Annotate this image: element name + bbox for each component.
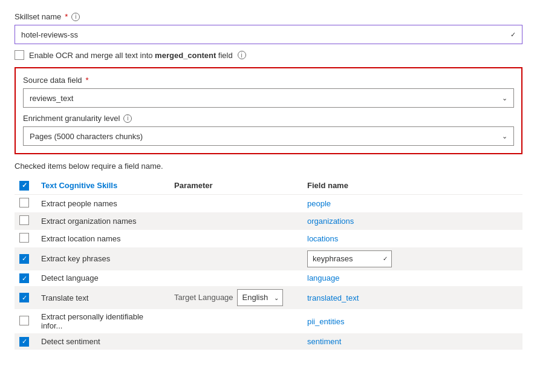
table-row: Detect languagelanguage	[15, 270, 522, 287]
row-skill-name: Extract location names	[36, 230, 169, 247]
row-field-name: people	[302, 194, 522, 212]
row-skill-name: Extract personally identifiable infor...	[36, 309, 169, 333]
table-row: Detect sentimentsentiment	[15, 333, 522, 350]
row-skill-name: Detect language	[36, 270, 169, 287]
target-language-chevron-icon: ⌄	[274, 295, 279, 301]
red-bordered-section: Source data field * reviews_text ⌄ Enric…	[15, 67, 522, 154]
enrichment-granularity-group: Enrichment granularity level i Pages (50…	[23, 114, 514, 146]
row-skill-name: Detect sentiment	[36, 333, 169, 350]
skillset-name-chevron-icon: ✓	[510, 31, 516, 39]
table-row: Extract personally identifiable infor...…	[15, 309, 522, 333]
row-checkbox[interactable]	[19, 337, 29, 347]
source-data-chevron-icon: ⌄	[502, 94, 507, 102]
enrichment-granularity-label: Enrichment granularity level i	[23, 114, 514, 123]
row-checkbox[interactable]	[19, 316, 29, 325]
table-row: Extract people namespeople	[15, 194, 522, 212]
col-header-parameter: Parameter	[169, 177, 302, 194]
field-name-select[interactable]: keyphrases✓	[307, 250, 392, 267]
row-field-name[interactable]: keyphrases✓	[302, 247, 522, 270]
row-parameter	[169, 212, 302, 230]
helper-text: Checked items below require a field name…	[15, 162, 522, 171]
table-row: Extract location nameslocations	[15, 230, 522, 247]
field-name-link[interactable]: language	[307, 273, 340, 283]
skillset-name-input[interactable]: hotel-reviews-ss ✓	[15, 25, 522, 44]
field-name-link[interactable]: organizations	[307, 217, 354, 226]
row-parameter: Target LanguageEnglish⌄	[169, 286, 302, 309]
row-checkbox[interactable]	[19, 198, 29, 207]
row-checkbox-cell	[15, 333, 36, 350]
field-name-value: keyphrases	[308, 250, 367, 267]
field-name-link[interactable]: sentiment	[307, 337, 341, 346]
col-header-skill: Text Cognitive Skills	[36, 177, 169, 194]
col-header-fieldname: Field name	[302, 177, 522, 194]
row-checkbox-cell	[15, 286, 36, 309]
row-checkbox[interactable]	[19, 254, 29, 264]
row-parameter	[169, 333, 302, 350]
row-checkbox-cell	[15, 230, 36, 247]
row-checkbox-cell	[15, 212, 36, 230]
row-checkbox-cell	[15, 309, 36, 333]
row-checkbox-cell	[15, 270, 36, 287]
row-checkbox-cell	[15, 247, 36, 270]
target-language-select[interactable]: English⌄	[237, 289, 284, 306]
row-skill-name: Extract people names	[36, 194, 169, 212]
skillset-name-info-icon[interactable]: i	[71, 13, 80, 21]
row-parameter	[169, 230, 302, 247]
field-name-select-wrap: keyphrases✓	[307, 250, 518, 267]
enrichment-info-icon[interactable]: i	[123, 114, 132, 123]
row-parameter	[169, 270, 302, 287]
row-field-name: locations	[302, 230, 522, 247]
row-checkbox[interactable]	[19, 233, 29, 243]
source-required-star: *	[86, 76, 89, 85]
row-parameter	[169, 194, 302, 212]
field-name-link[interactable]: locations	[307, 234, 338, 243]
row-field-name: organizations	[302, 212, 522, 230]
field-name-link[interactable]: translated_text	[307, 293, 359, 302]
enrichment-granularity-select[interactable]: Pages (5000 characters chunks) ⌄	[23, 126, 514, 146]
ocr-info-icon[interactable]: i	[238, 51, 246, 59]
row-checkbox[interactable]	[19, 273, 29, 283]
row-skill-name: Extract organization names	[36, 212, 169, 230]
row-field-name: language	[302, 270, 522, 287]
header-checkbox[interactable]	[19, 181, 29, 191]
row-checkbox[interactable]	[19, 215, 29, 225]
ocr-label: Enable OCR and merge all text into merge…	[29, 51, 233, 60]
enrichment-chevron-icon: ⌄	[502, 132, 507, 140]
ocr-checkbox[interactable]	[15, 50, 24, 60]
row-checkbox-cell	[15, 194, 36, 212]
source-data-field-group: Source data field * reviews_text ⌄	[23, 76, 514, 108]
row-skill-name: Extract key phrases	[36, 247, 169, 270]
skills-table: Text Cognitive Skills Parameter Field na…	[15, 177, 522, 350]
field-name-link[interactable]: people	[307, 199, 331, 208]
table-row: Extract key phraseskeyphrases✓	[15, 247, 522, 270]
param-label: Target Language	[174, 293, 233, 302]
required-star: *	[65, 12, 68, 21]
row-parameter	[169, 247, 302, 270]
table-header-row: Text Cognitive Skills Parameter Field na…	[15, 177, 522, 194]
source-data-field-label: Source data field *	[23, 76, 514, 85]
row-field-name: sentiment	[302, 333, 522, 350]
row-field-name: pii_entities	[302, 309, 522, 333]
source-data-field-select[interactable]: reviews_text ⌄	[23, 88, 514, 108]
row-checkbox[interactable]	[19, 293, 29, 302]
table-row: Translate textTarget LanguageEnglish⌄tra…	[15, 286, 522, 309]
row-field-name: translated_text	[302, 286, 522, 309]
row-parameter	[169, 309, 302, 333]
field-name-chevron-icon: ✓	[383, 255, 388, 262]
table-row: Extract organization namesorganizations	[15, 212, 522, 230]
row-skill-name: Translate text	[36, 286, 169, 309]
skillset-name-label: Skillset name * i	[15, 12, 522, 21]
ocr-checkbox-row: Enable OCR and merge all text into merge…	[15, 50, 522, 60]
field-name-link[interactable]: pii_entities	[307, 317, 344, 326]
